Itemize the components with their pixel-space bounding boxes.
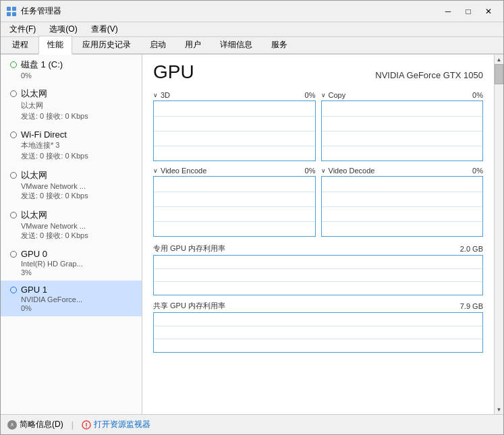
- sidebar-item-gpu0-header: GPU 0: [10, 249, 135, 259]
- chart-vdecode-pct: 0%: [472, 167, 483, 175]
- sidebar-item-wifi-header: Wi-Fi Direct: [10, 129, 135, 140]
- menu-options[interactable]: 选项(O): [43, 22, 83, 37]
- grid-line: [154, 281, 482, 282]
- wifi-indicator: [10, 132, 17, 138]
- gpu0-indicator: [10, 251, 17, 258]
- chart-vdecode-label: ∨ Video Decode: [321, 167, 375, 175]
- maximize-button[interactable]: □: [459, 4, 478, 19]
- gpu-charts-grid: ∨ 3D 0%: [153, 91, 483, 237]
- eth1-sub2: 发送: 0 接收: 0 Kbps: [21, 111, 135, 121]
- chart-vdecode: ∨ Video Decode 0%: [321, 167, 484, 237]
- grid-line: [154, 339, 482, 339]
- sidebar-item-eth3-header: 以太网: [10, 209, 135, 221]
- sidebar-item-gpu0[interactable]: GPU 0 Intel(R) HD Grap... 3%: [1, 245, 142, 281]
- grid-line: [154, 146, 315, 146]
- sidebar-item-wifi[interactable]: Wi-Fi Direct 本地连接* 3 发送: 0 接收: 0 Kbps: [1, 125, 142, 165]
- chart-3d-label: ∨ 3D: [153, 91, 170, 99]
- eth2-indicator: [10, 172, 17, 179]
- chart-3d-area: [153, 100, 316, 161]
- eth3-sub1: VMware Network ...: [21, 222, 135, 230]
- chart-3d: ∨ 3D 0%: [153, 91, 316, 161]
- chart-3d-grid: [154, 101, 315, 161]
- chart-copy-grid: [322, 101, 483, 161]
- chart-vencode-label: ∨ Video Encode: [153, 167, 206, 175]
- chart-vdecode-area: [321, 176, 484, 237]
- sidebar-item-ethernet3[interactable]: 以太网 VMware Network ... 发送: 0 接收: 0 Kbps: [1, 205, 142, 245]
- sidebar-item-eth2-header: 以太网: [10, 169, 135, 181]
- shared-mem-row: 共享 GPU 内存利用率 7.9 GB: [153, 301, 483, 311]
- gpu1-name: GPU 1: [21, 285, 47, 295]
- resource-monitor-link[interactable]: 打开资源监视器: [82, 419, 150, 430]
- gpu0-sub1: Intel(R) HD Grap...: [21, 260, 135, 268]
- disk-indicator: [10, 61, 17, 68]
- wifi-name: Wi-Fi Direct: [21, 129, 67, 140]
- chart-3d-name: 3D: [161, 91, 170, 99]
- title-bar: 任务管理器 ─ □ ✕: [1, 1, 503, 22]
- chart-vencode-name: Video Encode: [161, 167, 206, 175]
- wifi-sub2: 发送: 0 接收: 0 Kbps: [21, 151, 135, 161]
- scroll-up-arrow[interactable]: ▲: [495, 55, 504, 64]
- chevron-up-icon: ∧: [7, 420, 17, 430]
- tab-users[interactable]: 用户: [176, 36, 210, 53]
- chart-3d-arrow: ∨: [153, 92, 158, 98]
- tab-bar: 进程 性能 应用历史记录 启动 用户 详细信息 服务: [1, 37, 503, 55]
- minimize-button[interactable]: ─: [439, 4, 457, 19]
- grid-line: [154, 192, 315, 192]
- summary-label: 简略信息(D): [20, 419, 63, 430]
- svg-rect-2: [7, 12, 11, 16]
- close-button[interactable]: ✕: [479, 4, 498, 19]
- gpu1-sub2: 0%: [21, 304, 135, 312]
- chart-3d-pct: 0%: [305, 91, 316, 99]
- chart-vencode-pct: 0%: [305, 167, 316, 175]
- tab-processes[interactable]: 进程: [3, 36, 37, 53]
- chart-copy-pct: 0%: [472, 91, 483, 99]
- status-divider: |: [72, 420, 74, 430]
- tab-performance[interactable]: 性能: [38, 36, 72, 55]
- scroll-down-arrow[interactable]: ▼: [495, 405, 504, 414]
- grid-line: [322, 221, 483, 222]
- menu-file[interactable]: 文件(F): [3, 22, 42, 37]
- dedicated-mem-row: 专用 GPU 内存利用率 2.0 GB: [153, 243, 483, 254]
- grid-line: [154, 206, 315, 207]
- svg-rect-0: [7, 7, 11, 11]
- svg-point-6: [86, 426, 87, 428]
- chart-vencode-grid: [154, 177, 315, 236]
- chart-vencode-label-row: ∨ Video Encode 0%: [153, 167, 316, 175]
- eth1-indicator: [10, 90, 17, 97]
- scrollbar-right[interactable]: ▲ ▼: [494, 55, 503, 414]
- tab-startup[interactable]: 启动: [141, 36, 175, 53]
- tab-services[interactable]: 服务: [262, 36, 296, 53]
- chart-copy: ∨ Copy 0%: [321, 91, 484, 161]
- sidebar-item-disk-header: 磁盘 1 (C:): [10, 59, 135, 71]
- scroll-thumb[interactable]: [495, 64, 503, 84]
- chart-vdecode-grid: [322, 177, 483, 236]
- tab-app-history[interactable]: 应用历史记录: [74, 36, 140, 53]
- sidebar-item-disk[interactable]: 磁盘 1 (C:) 0%: [1, 55, 142, 84]
- eth3-name: 以太网: [21, 209, 47, 221]
- eth1-name: 以太网: [21, 88, 47, 100]
- main-content: 磁盘 1 (C:) 0% 以太网 以太网 发送: 0 接收: 0 Kbps Wi…: [1, 55, 503, 414]
- svg-rect-3: [12, 12, 16, 16]
- tab-details[interactable]: 详细信息: [211, 36, 261, 53]
- menu-view[interactable]: 查看(V): [85, 22, 124, 37]
- scroll-track: [495, 64, 503, 405]
- chart-vencode: ∨ Video Encode 0%: [153, 167, 316, 237]
- grid-line: [154, 116, 315, 117]
- task-manager-window: 任务管理器 ─ □ ✕ 文件(F) 选项(O) 查看(V) 进程 性能 应用历史…: [0, 0, 504, 435]
- sidebar-item-ethernet1[interactable]: 以太网 以太网 发送: 0 接收: 0 Kbps: [1, 84, 142, 125]
- grid-line: [322, 131, 483, 132]
- eth1-sub1: 以太网: [21, 100, 135, 111]
- shared-mem-label: 共享 GPU 内存利用率: [153, 301, 225, 311]
- gpu-header: GPU NVIDIA GeForce GTX 1050: [153, 61, 483, 83]
- eth2-name: 以太网: [21, 169, 47, 181]
- chart-copy-name: Copy: [329, 91, 346, 99]
- chart-vencode-area: [153, 176, 316, 237]
- gpu0-name: GPU 0: [21, 249, 47, 259]
- sidebar-item-gpu1[interactable]: GPU 1 NVIDIA GeForce... 0%: [1, 281, 142, 316]
- sidebar-item-ethernet2[interactable]: 以太网 VMware Network ... 发送: 0 接收: 0 Kbps: [1, 165, 142, 205]
- grid-line: [154, 326, 482, 326]
- sidebar: 磁盘 1 (C:) 0% 以太网 以太网 发送: 0 接收: 0 Kbps Wi…: [1, 55, 142, 414]
- summary-info-button[interactable]: ∧ 简略信息(D): [7, 419, 63, 430]
- gpu1-indicator: [10, 287, 17, 293]
- resource-monitor-label: 打开资源监视器: [94, 419, 150, 430]
